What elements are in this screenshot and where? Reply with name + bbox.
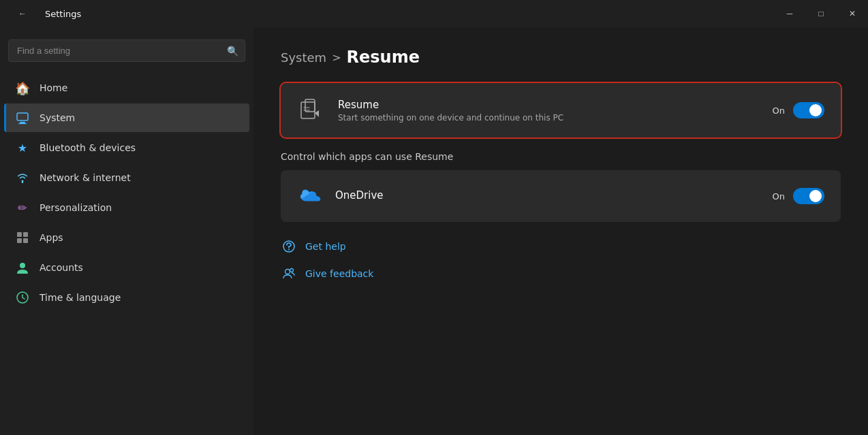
search-icon: 🔍 — [227, 46, 238, 57]
home-icon: 🏠 — [15, 80, 30, 95]
svg-point-14 — [285, 270, 290, 274]
onedrive-card-title: OneDrive — [335, 189, 759, 202]
svg-point-13 — [288, 249, 290, 251]
accounts-icon — [15, 260, 30, 275]
resume-toggle-container: On — [773, 102, 824, 118]
sidebar-item-network[interactable]: Network & internet — [4, 163, 249, 192]
resume-icon — [297, 97, 324, 124]
breadcrumb: System > Resume — [281, 48, 841, 67]
resume-toggle[interactable] — [793, 102, 824, 118]
svg-rect-0 — [17, 113, 28, 120]
sidebar-item-home[interactable]: 🏠 Home — [4, 74, 249, 102]
sidebar-item-bluetooth[interactable]: ★ Bluetooth & devices — [4, 133, 249, 162]
content-area: System > Resume Resume Start something o… — [253, 27, 868, 435]
titlebar: ← Settings ─ □ ✕ — [0, 0, 868, 27]
svg-point-3 — [22, 180, 24, 182]
sidebar-item-label: System — [40, 112, 75, 123]
toggle-thumb — [809, 104, 822, 116]
time-icon — [15, 290, 30, 305]
apps-section-heading: Control which apps can use Resume — [281, 151, 841, 162]
toggle-thumb — [809, 190, 822, 202]
sidebar-item-personalization[interactable]: ✏️ Personalization — [4, 193, 249, 222]
resume-card: Resume Start something on one device and… — [281, 83, 841, 138]
minimize-button[interactable]: ─ — [774, 0, 805, 27]
svg-rect-5 — [23, 232, 28, 237]
links-section: Get help Give feedback — [281, 233, 841, 287]
give-feedback-label: Give feedback — [305, 268, 373, 279]
sidebar-item-label: Accounts — [40, 262, 83, 273]
resume-card-subtitle: Start something on one device and contin… — [338, 113, 759, 123]
sidebar-item-label: Personalization — [40, 202, 112, 213]
sidebar-item-label: Network & internet — [40, 172, 131, 183]
resume-card-text: Resume Start something on one device and… — [338, 99, 759, 123]
maximize-button[interactable]: □ — [805, 0, 837, 27]
close-button[interactable]: ✕ — [837, 0, 868, 27]
sidebar-item-label: Time & language — [40, 292, 121, 303]
sidebar-item-apps[interactable]: Apps — [4, 223, 249, 252]
back-button[interactable]: ← — [7, 0, 38, 27]
bluetooth-icon: ★ — [15, 140, 30, 155]
personalization-icon: ✏️ — [15, 200, 30, 215]
network-icon — [15, 170, 30, 185]
svg-rect-11 — [305, 99, 315, 112]
sidebar-item-label: Apps — [40, 232, 63, 243]
give-feedback-icon — [281, 265, 297, 282]
sidebar-item-system[interactable]: System — [4, 103, 249, 132]
onedrive-icon — [297, 184, 322, 208]
main-layout: 🔍 🏠 Home System ★ Bluetooth & devices — [0, 27, 868, 435]
svg-point-8 — [20, 263, 25, 268]
resume-card-title: Resume — [338, 99, 759, 111]
apps-icon — [15, 230, 30, 245]
sidebar: 🔍 🏠 Home System ★ Bluetooth & devices — [0, 27, 253, 435]
svg-rect-4 — [17, 232, 22, 237]
sidebar-item-label: Home — [40, 82, 67, 93]
onedrive-toggle[interactable] — [793, 188, 824, 204]
svg-rect-1 — [20, 122, 25, 123]
onedrive-card: OneDrive On — [281, 170, 841, 222]
breadcrumb-parent[interactable]: System — [281, 50, 326, 65]
sidebar-item-accounts[interactable]: Accounts — [4, 253, 249, 282]
onedrive-card-text: OneDrive — [335, 189, 759, 204]
system-icon — [15, 110, 30, 125]
breadcrumb-separator: > — [332, 51, 341, 64]
get-help-link[interactable]: Get help — [281, 233, 841, 260]
sidebar-item-label: Bluetooth & devices — [40, 142, 136, 153]
search-box[interactable]: 🔍 — [8, 39, 245, 62]
svg-rect-2 — [18, 123, 27, 124]
search-input[interactable] — [8, 39, 245, 62]
give-feedback-link[interactable]: Give feedback — [281, 260, 841, 287]
app-title: Settings — [45, 9, 81, 19]
titlebar-left: ← Settings — [7, 0, 81, 27]
get-help-icon — [281, 238, 297, 255]
get-help-label: Get help — [305, 241, 346, 252]
sidebar-item-time[interactable]: Time & language — [4, 283, 249, 312]
svg-rect-6 — [17, 238, 22, 243]
titlebar-controls: ─ □ ✕ — [774, 0, 868, 27]
breadcrumb-current: Resume — [347, 48, 420, 67]
svg-rect-7 — [23, 238, 28, 243]
onedrive-toggle-container: On — [773, 188, 824, 204]
svg-point-15 — [290, 269, 294, 272]
onedrive-toggle-label: On — [773, 191, 785, 202]
resume-toggle-label: On — [773, 106, 785, 116]
